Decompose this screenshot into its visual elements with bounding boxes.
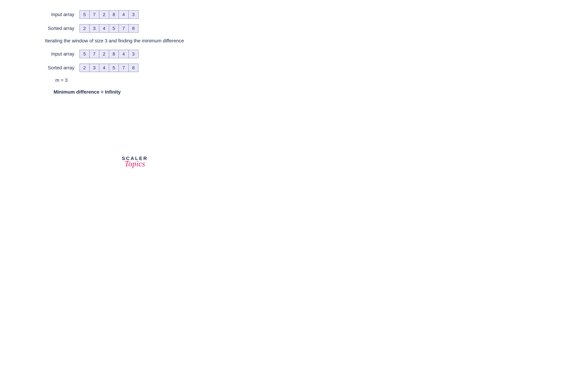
array-cell: 4: [119, 10, 129, 19]
array-cell: 2: [99, 10, 109, 19]
minimum-difference-text: Minimum difference = Infinity: [7, 89, 263, 95]
array-cell: 7: [89, 10, 99, 19]
label-sorted-array: Sorted array: [7, 26, 80, 31]
array-cell: 7: [89, 50, 99, 58]
sorted-array-1: 2 3 4 5 7 8: [80, 24, 138, 32]
array-cell: 8: [128, 64, 138, 72]
input-array-1: 5 7 2 8 4 3: [80, 10, 138, 19]
scaler-topics-logo: SCALER Topics: [122, 156, 148, 168]
m-value-text: m = 3: [7, 77, 263, 83]
array-cell: 3: [128, 50, 138, 58]
array-cell: 8: [109, 10, 119, 19]
section-top: Input array 5 7 2 8 4 3 Sorted array 2 3…: [7, 10, 263, 32]
array-cell: 3: [89, 24, 99, 32]
array-cell: 4: [99, 64, 109, 72]
array-cell: 4: [119, 50, 129, 58]
caption-text: Iterating the window of size 3 and findi…: [7, 38, 263, 44]
array-cell: 2: [80, 24, 90, 32]
array-cell: 3: [89, 64, 99, 72]
array-cell: 5: [109, 64, 119, 72]
array-cell: 3: [128, 10, 138, 19]
array-cell: 4: [99, 24, 109, 32]
section-bottom: Input array 5 7 2 8 4 3 Sorted array 2 3…: [7, 50, 263, 72]
array-cell: 2: [80, 64, 90, 72]
array-cell: 7: [119, 24, 129, 32]
array-cell: 5: [109, 24, 119, 32]
label-sorted-array: Sorted array: [7, 65, 80, 70]
array-row-input-1: Input array 5 7 2 8 4 3: [7, 10, 263, 19]
sorted-array-2: 2 3 4 5 7 8: [80, 64, 138, 72]
label-input-array: Input array: [7, 51, 80, 57]
array-row-sorted-2: Sorted array 2 3 4 5 7 8: [7, 64, 263, 72]
array-cell: 5: [80, 10, 90, 19]
label-input-array: Input array: [7, 12, 80, 17]
logo-topics-text: Topics: [122, 159, 148, 168]
array-cell: 8: [128, 24, 138, 32]
array-cell: 7: [119, 64, 129, 72]
array-row-input-2: Input array 5 7 2 8 4 3: [7, 50, 263, 58]
array-cell: 2: [99, 50, 109, 58]
array-row-sorted-1: Sorted array 2 3 4 5 7 8: [7, 24, 263, 32]
input-array-2: 5 7 2 8 4 3: [80, 50, 138, 58]
array-cell: 5: [80, 50, 90, 58]
array-cell: 8: [109, 50, 119, 58]
